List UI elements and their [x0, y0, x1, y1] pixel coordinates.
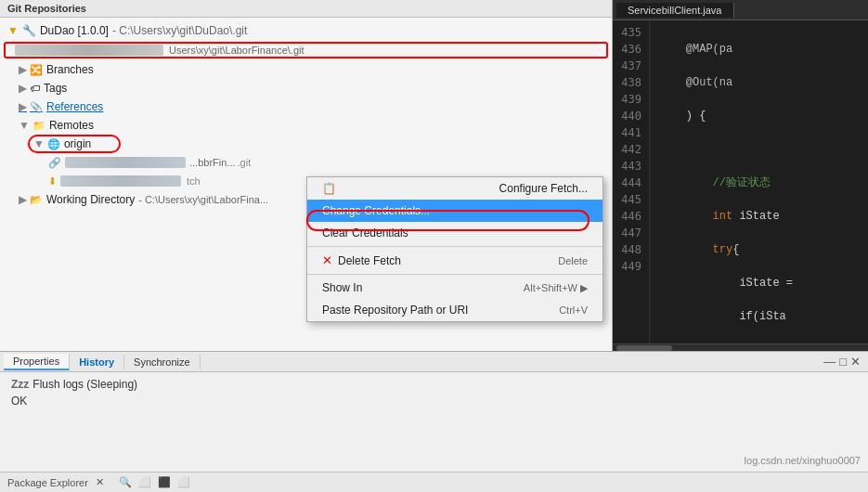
clear-credentials-label: Clear Credentials [322, 227, 408, 240]
configure-fetch-icon: 📋 [322, 182, 336, 195]
bottom-bar: Properties History Synchronize — □ ✕ Zzz… [0, 351, 868, 472]
context-menu: 📋 Configure Fetch... Change Credentials.… [306, 176, 603, 322]
configure-fetch-item[interactable]: 📋 Configure Fetch... [307, 177, 602, 200]
status-bar-icon-x[interactable]: ✕ [96, 476, 104, 488]
tab-actions: — □ ✕ [820, 355, 864, 369]
references-item[interactable]: ▶ 📎 References [0, 97, 612, 116]
remotes-label: Remotes [49, 117, 94, 134]
ok-text: OK [11, 395, 27, 408]
editor-tab-active[interactable]: ServicebillClient.java [616, 3, 734, 18]
origin-item[interactable]: ▼ 🌐 origin [0, 135, 612, 153]
right-panel: ServicebillClient.java 435436437438439 4… [613, 0, 868, 351]
working-dir-label: Working Directory [46, 191, 135, 208]
status-icon-4[interactable]: ⬜ [177, 476, 190, 487]
status-line-1: Zzz Flush logs (Sleeping) [11, 378, 857, 391]
tags-item[interactable]: ▶ 🏷 Tags [0, 79, 612, 97]
paste-repo-label: Paste Repository Path or URI [322, 304, 468, 317]
show-in-shortcut: Alt+Shift+W ▶ [524, 282, 588, 294]
status-icon-1[interactable]: 🔍 [119, 476, 132, 487]
tab-properties[interactable]: Properties [4, 354, 70, 370]
delete-fetch-item[interactable]: ✕ Delete Fetch Delete [307, 249, 602, 272]
origin-label: origin [64, 136, 91, 152]
show-in-item[interactable]: Show In Alt+Shift+W ▶ [307, 277, 602, 299]
repo2-highlighted[interactable]: Users\xy\git\LaborFinance\.git [4, 42, 608, 58]
left-panel: Git Repositories ▼ 🔧 DuDao [1.0.0] - C:\… [0, 0, 613, 351]
fetch-url1[interactable]: 🔗 ...bbrFin... .git [0, 153, 612, 172]
tab-history[interactable]: History [70, 355, 124, 369]
panel-title: Git Repositories [7, 3, 86, 14]
change-credentials-item[interactable]: Change Credentials... [307, 200, 602, 222]
branches-item[interactable]: ▶ 🔀 Branches [0, 60, 612, 79]
line-numbers: 435436437438439 440441442443444 44544644… [613, 20, 650, 343]
references-label: References [46, 98, 103, 115]
minimize-icon[interactable]: — [823, 355, 836, 369]
branches-label: Branches [46, 61, 94, 78]
status-icon-2[interactable]: ⬜ [138, 476, 151, 487]
flush-logs-text: Flush logs (Sleeping) [32, 378, 137, 391]
repo1-label: DuDao [1.0.0] [40, 22, 109, 39]
bottom-tabs: Properties History Synchronize — □ ✕ [0, 352, 868, 372]
status-icon-3[interactable]: ⬛ [158, 476, 171, 487]
repo1-item[interactable]: ▼ 🔧 DuDao [1.0.0] - C:\Users\xy\git\DuDa… [0, 21, 612, 40]
bottom-right-hint: log.csdn.net/xinghuo0007 [737, 451, 868, 470]
main-container: Git Repositories ▼ 🔧 DuDao [1.0.0] - C:\… [0, 0, 868, 351]
code-lines: @MAP(pa @Out(na ) { //验证状态 int iState tr… [650, 20, 802, 343]
remotes-wrapper: ▼ 📁 Remotes [0, 116, 612, 135]
close-bottom-icon[interactable]: ✕ [850, 355, 861, 369]
menu-separator-2 [307, 274, 602, 275]
paste-repo-shortcut: Ctrl+V [559, 304, 588, 316]
editor-tab-bar: ServicebillClient.java [613, 0, 868, 20]
configure-fetch-label: Configure Fetch... [499, 182, 588, 195]
delete-shortcut: Delete [558, 255, 588, 266]
change-credentials-label: Change Credentials... [322, 204, 430, 217]
status-bar: Package Explorer ✕ 🔍 ⬜ ⬛ ⬜ [0, 472, 868, 492]
tags-label: Tags [44, 80, 67, 97]
status-line-2: OK [11, 395, 857, 408]
remotes-item[interactable]: ▼ 📁 Remotes [0, 116, 612, 135]
tab-synchronize[interactable]: Synchronize [124, 355, 201, 369]
package-explorer-label[interactable]: Package Explorer [7, 477, 88, 488]
status-icons: 🔍 ⬜ ⬛ ⬜ [119, 476, 190, 488]
paste-repo-item[interactable]: Paste Repository Path or URI Ctrl+V [307, 299, 602, 321]
code-area[interactable]: 435436437438439 440441442443444 44544644… [613, 20, 868, 343]
zzz-prefix: Zzz [11, 378, 29, 391]
working-dir-path: - C:\Users\xy\git\LaborFina... [138, 191, 268, 208]
status-bar-left: Package Explorer ✕ 🔍 ⬜ ⬛ ⬜ [7, 476, 190, 488]
origin-wrapper: ▼ 🌐 origin [0, 135, 612, 153]
panel-title-bar: Git Repositories [0, 0, 612, 18]
show-in-label: Show In [322, 281, 362, 294]
menu-separator-1 [307, 246, 602, 247]
repo1-path: - C:\Users\xy\git\DuDao\.git [112, 22, 247, 39]
clear-credentials-item[interactable]: Clear Credentials [307, 222, 602, 244]
delete-fetch-label: Delete Fetch [338, 254, 401, 267]
watermark-text: log.csdn.net/xinghuo0007 [745, 455, 861, 466]
delete-icon: ✕ [322, 253, 332, 267]
horizontal-scrollbar[interactable] [613, 343, 868, 351]
repo2-path: Users\xy\git\LaborFinance\.git [169, 45, 304, 56]
maximize-icon[interactable]: □ [839, 355, 847, 369]
